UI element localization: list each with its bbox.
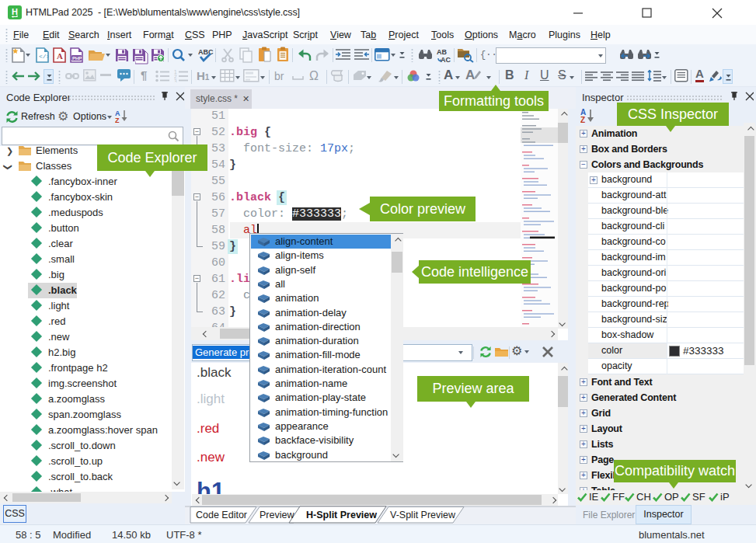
svg-text:H: H — [12, 7, 18, 16]
svg-text:</>: </> — [39, 53, 49, 60]
svg-text:ABC: ABC — [198, 48, 214, 56]
svg-text:3: 3 — [174, 78, 177, 83]
svg-text:Preview: Preview — [260, 510, 294, 520]
svg-text:AC: AC — [441, 56, 451, 63]
svg-text:Z: Z — [115, 117, 120, 123]
svg-text:Z: Z — [580, 116, 585, 123]
svg-text:H-Split Preview: H-Split Preview — [306, 510, 377, 520]
svg-text:Code Editor: Code Editor — [196, 510, 247, 520]
svg-text:A: A — [57, 51, 63, 61]
svg-text:PHP: PHP — [72, 56, 82, 61]
svg-text:V-Split Preview: V-Split Preview — [390, 510, 456, 520]
svg-text:AB: AB — [437, 48, 447, 56]
